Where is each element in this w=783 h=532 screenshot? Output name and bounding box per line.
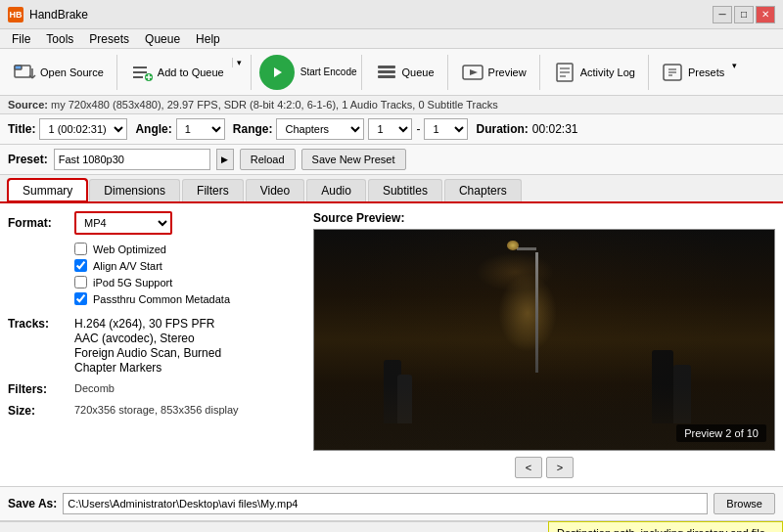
tab-dimensions[interactable]: Dimensions	[89, 179, 180, 201]
source-info: Source: my 720x480 (853x480), 29.97 FPS,…	[0, 96, 783, 114]
preview-section-label: Source Preview:	[313, 211, 775, 225]
presets-icon	[661, 61, 684, 84]
title-row: Title: 1 (00:02:31) Angle: 1 Range: Chap…	[0, 114, 783, 145]
toolbar-separator-1	[116, 55, 117, 90]
menu-tools[interactable]: Tools	[38, 30, 81, 48]
presets-arrow[interactable]: ▾	[732, 58, 740, 73]
toolbar-separator-3	[361, 55, 362, 90]
status-bar: Ready	[0, 521, 548, 532]
activity-log-icon	[553, 61, 576, 84]
align-av-row: Align A/V Start	[74, 259, 301, 272]
queue-icon	[375, 61, 398, 84]
minimize-button[interactable]: ─	[713, 6, 732, 23]
browse-button[interactable]: Browse	[714, 493, 775, 514]
chapter-dash: -	[416, 122, 420, 136]
svg-rect-14	[378, 75, 395, 78]
duration-value: 00:02:31	[532, 122, 578, 136]
angle-group: Angle: 1	[135, 118, 224, 140]
tab-video[interactable]: Video	[246, 179, 304, 201]
size-section: Size: 720x356 storage, 853x356 display	[8, 404, 301, 418]
svg-rect-6	[133, 71, 147, 73]
filters-value: Decomb	[74, 382, 115, 396]
toolbar-separator-4	[447, 55, 448, 90]
ipod-label: iPod 5G Support	[93, 277, 172, 288]
bottom-row: Ready Destination path, including direct…	[0, 521, 783, 532]
preview-prev-button[interactable]: <	[515, 457, 542, 478]
open-source-button[interactable]: Open Source	[4, 57, 113, 88]
web-optimized-checkbox[interactable]	[74, 243, 87, 255]
tab-audio[interactable]: Audio	[306, 179, 366, 201]
preset-input[interactable]	[54, 149, 210, 170]
duration-label: Duration:	[476, 122, 528, 136]
presets-button[interactable]: Presets	[653, 58, 732, 87]
tracks-values: H.264 (x264), 30 FPS PFR AAC (avcodec), …	[74, 317, 221, 375]
tab-summary[interactable]: Summary	[8, 179, 87, 201]
open-source-label: Open Source	[40, 66, 104, 78]
queue-button[interactable]: Queue	[366, 57, 443, 88]
align-av-label: Align A/V Start	[93, 260, 162, 272]
svg-marker-16	[470, 69, 478, 75]
svg-rect-5	[133, 66, 147, 68]
filters-section: Filters: Decomb	[8, 382, 301, 396]
preview-next-button[interactable]: >	[546, 457, 574, 478]
close-button[interactable]: ✕	[756, 6, 775, 23]
title-select[interactable]: 1 (00:02:31)	[39, 118, 127, 140]
toolbar-separator-2	[251, 55, 252, 90]
save-new-preset-button[interactable]: Save New Preset	[301, 149, 406, 170]
chapter-start-select[interactable]: 1	[368, 118, 412, 140]
tab-bar: Summary Dimensions Filters Video Audio S…	[0, 175, 783, 203]
reload-button[interactable]: Reload	[240, 149, 296, 170]
ipod-checkbox[interactable]	[74, 276, 87, 288]
preview-label: Preview	[488, 66, 527, 78]
preview-overlay: Preview 2 of 10	[676, 424, 766, 442]
preset-row: Preset: ▶ Reload Save New Preset	[0, 145, 783, 175]
activity-log-button[interactable]: Activity Log	[544, 57, 644, 88]
track-4: Chapter Markers	[74, 361, 221, 375]
add-queue-label: Add to Queue	[158, 66, 224, 78]
tab-subtitles[interactable]: Subtitles	[368, 179, 442, 201]
format-select[interactable]: MP4 MKV	[74, 211, 172, 235]
svg-marker-11	[274, 67, 282, 77]
preset-arrow-button[interactable]: ▶	[216, 149, 234, 170]
preview-nav: < >	[313, 457, 775, 478]
toolbar: Open Source Add to Queue ▾ Sta	[0, 49, 783, 96]
angle-select[interactable]: 1	[176, 118, 225, 140]
menubar: File Tools Presets Queue Help	[0, 29, 783, 49]
svg-rect-7	[133, 76, 143, 78]
presets-label: Presets	[688, 66, 724, 78]
titlebar-left: HB HandBrake	[8, 7, 88, 22]
tracks-section: Tracks: H.264 (x264), 30 FPS PFR AAC (av…	[8, 317, 301, 375]
app-title: HandBrake	[29, 8, 88, 22]
preview-button[interactable]: Preview	[452, 57, 535, 88]
format-label: Format:	[8, 216, 67, 230]
title-group: Title: 1 (00:02:31)	[8, 118, 127, 140]
start-encode-button[interactable]	[259, 55, 295, 90]
tab-chapters[interactable]: Chapters	[444, 179, 522, 201]
tracks-row: Tracks: H.264 (x264), 30 FPS PFR AAC (av…	[8, 317, 301, 375]
toolbar-separator-5	[539, 55, 540, 90]
size-label: Size:	[8, 404, 67, 418]
menu-queue[interactable]: Queue	[137, 30, 188, 48]
maximize-button[interactable]: □	[734, 6, 754, 23]
save-row: Save As: Browse	[0, 487, 783, 521]
save-path-input[interactable]	[63, 493, 708, 514]
range-label-text: Range:	[233, 122, 273, 136]
menu-presets[interactable]: Presets	[81, 30, 137, 48]
tooltip-box: Destination path, including directory an…	[548, 521, 783, 532]
web-optimized-label: Web Optimized	[93, 244, 166, 255]
range-group: Range: Chapters 1 - 1	[233, 118, 469, 140]
preset-label: Preset:	[8, 153, 48, 166]
range-select[interactable]: Chapters	[276, 118, 364, 140]
menu-help[interactable]: Help	[188, 30, 228, 48]
menu-file[interactable]: File	[4, 30, 38, 48]
filters-row: Filters: Decomb	[8, 382, 301, 396]
add-queue-arrow[interactable]: ▾	[232, 58, 246, 67]
tab-filters[interactable]: Filters	[182, 179, 244, 201]
start-encode-label: Start Encode	[300, 66, 357, 77]
chapter-end-select[interactable]: 1	[424, 118, 468, 140]
passthru-label: Passthru Common Metadata	[93, 293, 230, 305]
align-av-checkbox[interactable]	[74, 259, 87, 272]
add-to-queue-button[interactable]: Add to Queue	[122, 58, 232, 87]
svg-rect-1	[15, 66, 22, 69]
passthru-checkbox[interactable]	[74, 292, 87, 305]
